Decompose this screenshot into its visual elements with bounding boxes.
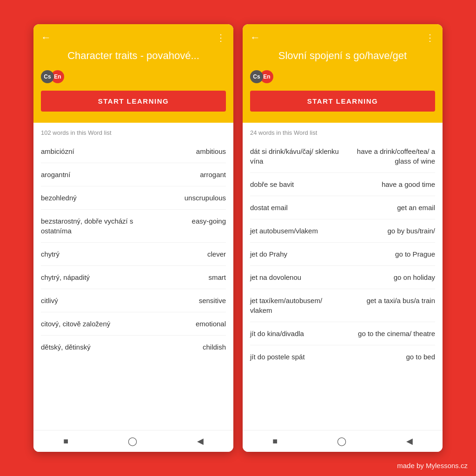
word-pair: jít do kina/divadla go to the cinema/ th… [250, 322, 435, 345]
word-pair: bezohledný unscrupulous [41, 186, 226, 210]
word-en: have a drink/coffee/tea/ a glass of wine [343, 146, 435, 166]
word-cs: bezstarostný, dobře vychází s ostatníma [41, 216, 133, 236]
word-en: go to bed [343, 352, 435, 362]
phone-1-title: Character traits - povahové... [41, 49, 226, 63]
menu-dots-2[interactable]: ⋮ [425, 32, 435, 43]
word-pair: jet taxíkem/autobusem/ vlakem get a taxi… [250, 289, 435, 322]
word-cs: citový, citově založený [41, 319, 133, 329]
start-learning-button-2[interactable]: START LEARNING [250, 91, 435, 112]
phone-1-lang-badges: Cs En [41, 70, 226, 83]
back-arrow-1[interactable]: ← [41, 32, 51, 44]
word-cs: arogantní [41, 170, 133, 179]
phone-1-word-count: 102 words in this Word list [41, 123, 226, 140]
word-en: get an email [343, 203, 435, 212]
word-pair: dostat email get an email [250, 196, 435, 219]
word-en: clever [133, 249, 226, 259]
word-cs: citlivý [41, 296, 133, 305]
word-cs: chytrý, nápaditý [41, 272, 133, 282]
word-pair: jet na dovolenou go on holiday [250, 266, 435, 289]
word-cs: jít do postele spát [250, 352, 343, 362]
phone-2-lang-badges: Cs En [250, 70, 435, 83]
word-cs: ambiciózní [41, 146, 133, 156]
word-en: have a good time [343, 179, 435, 189]
badge-cs-2: Cs [250, 70, 263, 83]
word-en: go to the cinema/ theatre [343, 329, 435, 338]
stop-icon-1[interactable]: ■ [63, 436, 68, 446]
word-en: go by bus/train/ [343, 226, 435, 236]
word-en: arrogant [133, 170, 226, 179]
word-en: easy-going [133, 216, 226, 226]
home-icon-1[interactable]: ◯ [128, 436, 137, 446]
phone-2-title: Slovní spojení s go/have/get [250, 49, 435, 63]
word-pair: arogantní arrogant [41, 163, 226, 186]
word-cs: dát si drink/kávu/čaj/ sklenku vína [250, 146, 343, 166]
word-cs: bezohledný [41, 193, 133, 203]
word-pair: chytrý clever [41, 243, 226, 266]
phones-container: ← ⋮ Character traits - povahové... Cs En… [24, 15, 452, 461]
menu-dots-1[interactable]: ⋮ [216, 32, 226, 43]
word-pair: jet autobusem/vlakem go by bus/train/ [250, 219, 435, 243]
phone-2-word-count: 24 words in this Word list [250, 123, 435, 140]
word-en: sensitive [133, 296, 226, 305]
word-pair: jít do postele spát go to bed [250, 345, 435, 368]
phone-2-header: ← ⋮ Slovní spojení s go/have/get Cs En S… [243, 24, 443, 123]
phone-2-top-bar: ← ⋮ [250, 32, 435, 44]
word-pair: jet do Prahy go to Prague [250, 243, 435, 266]
word-pair: ambiciózní ambitious [41, 140, 226, 163]
word-en: ambitious [133, 146, 226, 156]
word-cs: dobře se bavit [250, 179, 343, 189]
word-cs: jet do Prahy [250, 249, 343, 259]
phone-1-nav-bar: ■ ◯ ◀ [33, 430, 233, 452]
start-learning-button-1[interactable]: START LEARNING [41, 91, 226, 112]
word-cs: jet taxíkem/autobusem/ vlakem [250, 296, 343, 315]
word-en: emotional [133, 319, 226, 329]
phone-1-header: ← ⋮ Character traits - povahové... Cs En… [33, 24, 233, 123]
watermark: made by Mylessons.cz [397, 462, 468, 469]
back-icon-1[interactable]: ◀ [197, 436, 204, 446]
word-en: go to Prague [343, 249, 435, 259]
stop-icon-2[interactable]: ■ [272, 436, 278, 446]
phone-2-word-list: 24 words in this Word list dát si drink/… [243, 123, 443, 430]
word-cs: jet autobusem/vlakem [250, 226, 343, 236]
phone-1: ← ⋮ Character traits - povahové... Cs En… [33, 24, 233, 452]
word-pair: citlivý sensitive [41, 289, 226, 312]
word-pair: dětský, dětinský childish [41, 336, 226, 358]
word-cs: chytrý [41, 249, 133, 259]
phone-1-word-list: 102 words in this Word list ambiciózní a… [33, 123, 233, 430]
word-cs: dětský, dětinský [41, 342, 133, 352]
word-en: unscrupulous [133, 193, 226, 203]
word-pair: citový, citově založený emotional [41, 312, 226, 336]
word-pair: chytrý, nápaditý smart [41, 266, 226, 289]
word-cs: jít do kina/divadla [250, 329, 343, 338]
word-en: get a taxi/a bus/a train [343, 296, 435, 305]
word-pair: dobře se bavit have a good time [250, 173, 435, 196]
badge-cs-1: Cs [41, 70, 54, 83]
back-arrow-2[interactable]: ← [250, 32, 260, 44]
word-pair: bezstarostný, dobře vychází s ostatníma … [41, 210, 226, 243]
home-icon-2[interactable]: ◯ [337, 436, 346, 446]
word-pair: dát si drink/kávu/čaj/ sklenku vína have… [250, 140, 435, 173]
word-cs: dostat email [250, 203, 343, 212]
word-en: smart [133, 272, 226, 282]
phone-1-top-bar: ← ⋮ [41, 32, 226, 44]
phone-2: ← ⋮ Slovní spojení s go/have/get Cs En S… [243, 24, 443, 452]
word-en: childish [133, 342, 226, 352]
word-en: go on holiday [343, 272, 435, 282]
word-cs: jet na dovolenou [250, 272, 343, 282]
phone-2-nav-bar: ■ ◯ ◀ [243, 430, 443, 452]
back-icon-2[interactable]: ◀ [406, 436, 413, 446]
